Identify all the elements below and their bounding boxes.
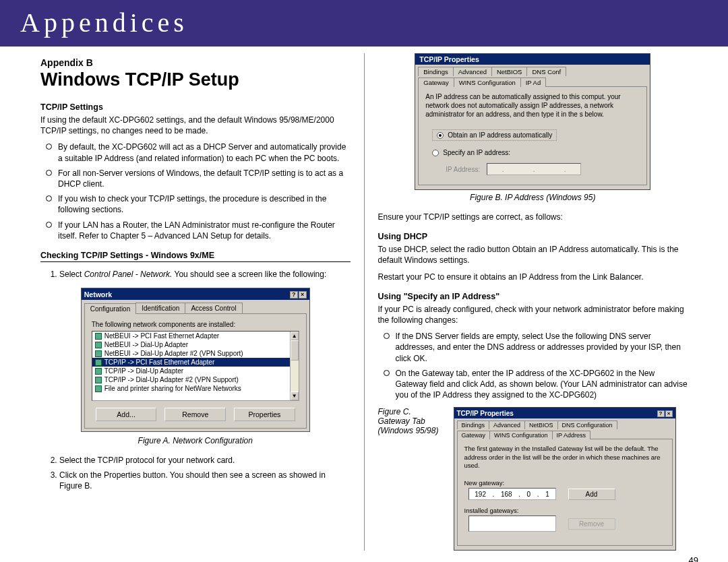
tab-access-control[interactable]: Access Control — [185, 303, 242, 313]
radio-label: Specify an IP address: — [443, 149, 510, 156]
add-button[interactable]: Add... — [96, 408, 157, 421]
tab-ipaddress[interactable]: IP Address — [552, 431, 590, 439]
bullet-item: On the Gateway tab, enter the IP address… — [396, 368, 688, 401]
installed-gateways-list[interactable] — [468, 516, 556, 532]
tab-netbios[interactable]: NetBIOS — [491, 67, 528, 76]
section-specify-ip: Using "Specify an IP Address" — [378, 292, 688, 301]
close-icon[interactable]: × — [299, 291, 307, 299]
figA-panel: The following network components are ins… — [84, 313, 307, 429]
figure-c-wrap: Figure C. Gateway Tab (Windows 95/98) TC… — [378, 407, 688, 551]
tab-dns[interactable]: DNS Configuration — [557, 420, 617, 429]
ip-label: IP Address: — [446, 166, 480, 173]
tab-netbios[interactable]: NetBIOS — [524, 420, 558, 429]
gateway-ip-input[interactable]: 192. 168. 0. 1 — [468, 488, 556, 500]
new-gateway-label: New gateway: — [464, 479, 665, 487]
list-item[interactable]: TCP/IP -> Dial-Up Adapter #2 (VPN Suppor… — [92, 375, 299, 384]
figC-side-caption: Figure C. Gateway Tab (Windows 95/98) — [378, 407, 446, 435]
figA-window-buttons: ?× — [289, 290, 307, 299]
step-3: Click on the Properties button. You shou… — [59, 470, 351, 491]
step1-pre: Select — [59, 270, 84, 279]
figC-window-buttons: ?× — [657, 409, 673, 417]
properties-button[interactable]: Properties — [234, 408, 295, 421]
dhcp-p1: To use DHCP, select the radio button Obt… — [378, 244, 688, 266]
step1-em: Control Panel - Network. — [84, 270, 173, 279]
tab-bindings[interactable]: Bindings — [418, 67, 453, 76]
close-icon[interactable]: × — [665, 410, 673, 417]
section-using-dhcp: Using DHCP — [378, 232, 688, 241]
list-item-label: File and printer sharing for NetWare Net… — [104, 385, 241, 392]
tab-ipaddress[interactable]: IP Ad — [520, 77, 547, 87]
list-item[interactable]: NetBEUI -> Dial-Up Adapter #2 (VPN Suppo… — [92, 349, 299, 358]
figure-a-network-dialog: Network ?× Configuration Identification … — [81, 288, 310, 432]
scroll-up-icon[interactable]: ▲ — [291, 332, 299, 340]
left-column: Appendix B Windows TCP/IP Setup TCP/IP S… — [27, 53, 365, 551]
list-item[interactable]: NetBEUI -> Dial-Up Adapter — [92, 340, 299, 349]
tcpip-intro: If using the default XC-DPG602 settings,… — [40, 115, 351, 136]
ip-octet: 192 — [475, 491, 486, 498]
bullet-item: By default, the XC-DPG602 will act as a … — [58, 142, 351, 163]
ip-octet: 168 — [501, 491, 512, 498]
radio-obtain-auto[interactable]: Obtain an IP address automatically — [432, 129, 557, 141]
list-item[interactable]: File and printer sharing for NetWare Net… — [92, 384, 299, 393]
figC-panel: The first gateway in the Installed Gatew… — [457, 439, 673, 546]
figA-titlebar: Network ?× — [82, 288, 309, 300]
list-item[interactable]: TCP/IP -> Dial-Up Adapter — [92, 367, 299, 375]
dhcp-p2: Restart your PC to ensure it obtains an … — [378, 272, 688, 282]
remove-button: Remove — [568, 518, 615, 530]
installed-gateways-row: Remove — [468, 516, 665, 532]
adapter-icon — [95, 377, 102, 383]
tab-bindings[interactable]: Bindings — [457, 420, 490, 429]
add-button[interactable]: Add — [568, 489, 615, 500]
tcpip-bullets: By default, the XC-DPG602 will act as a … — [40, 142, 351, 241]
scroll-thumb[interactable] — [291, 340, 299, 361]
help-icon[interactable]: ? — [290, 291, 298, 299]
section-checking-9x: Checking TCP/IP Settings - Windows 9x/ME — [40, 251, 351, 262]
figA-title: Network — [84, 290, 112, 299]
figure-b-tcpip-dialog: TCP/IP Properties Bindings Advanced NetB… — [415, 53, 650, 190]
installed-gateways-label: Installed gateways: — [464, 507, 665, 514]
tab-advanced[interactable]: Advanced — [453, 67, 492, 76]
help-icon[interactable]: ? — [657, 410, 665, 417]
radio-specify[interactable]: Specify an IP address: — [432, 149, 640, 156]
adapter-icon — [95, 368, 102, 375]
scrollbar[interactable]: ▲ ▼ — [290, 332, 299, 400]
tab-gateway[interactable]: Gateway — [418, 77, 454, 87]
figC-titlebar: TCP/IP Properties ?× — [454, 408, 675, 418]
scroll-down-icon[interactable]: ▼ — [291, 392, 299, 400]
tab-advanced[interactable]: Advanced — [489, 420, 525, 429]
figC-tabs-row2: Gateway WINS Configuration IP Address — [454, 429, 675, 439]
figB-panel: An IP address can be automatically assig… — [418, 86, 647, 185]
list-item-label: NetBEUI -> Dial-Up Adapter — [104, 341, 188, 348]
ip-input[interactable]: ... — [487, 163, 581, 175]
tab-wins[interactable]: WINS Configuration — [489, 431, 553, 439]
figA-label: The following network components are ins… — [92, 321, 299, 328]
tab-gateway[interactable]: Gateway — [457, 431, 491, 439]
figB-tabs-row2: Gateway WINS Configuration IP Ad — [415, 75, 650, 86]
list-item-label: NetBEUI -> Dial-Up Adapter #2 (VPN Suppo… — [104, 350, 243, 357]
remove-button[interactable]: Remove — [164, 408, 226, 421]
spec-bullets: If the DNS Server fields are empty, sele… — [378, 331, 688, 400]
bullet-item: If your LAN has a Router, the LAN Admini… — [58, 220, 351, 241]
list-item-label: TCP/IP -> PCI Fast Ethernet Adapter — [104, 358, 215, 366]
tab-identification[interactable]: Identification — [135, 303, 185, 313]
figB-desc: An IP address can be automatically assig… — [425, 92, 640, 119]
tab-dns[interactable]: DNS Conf — [526, 67, 566, 76]
page-title: Windows TCP/IP Setup — [40, 69, 351, 90]
tab-configuration[interactable]: Configuration — [84, 303, 136, 314]
step1-post: You should see a screen like the followi… — [172, 270, 326, 279]
steps-list: Select Control Panel - Network. You shou… — [40, 269, 351, 280]
appendix-label: Appendix B — [40, 57, 351, 68]
spec-intro: If your PC is already configured, check … — [378, 304, 688, 325]
page-number: 49 — [689, 555, 698, 562]
ip-octet: 0 — [527, 491, 531, 498]
list-item[interactable]: NetBEUI -> PCI Fast Ethernet Adapter — [92, 332, 299, 340]
figC-desc: The first gateway in the Installed Gatew… — [464, 445, 665, 470]
figA-tabs: Configuration Identification Access Cont… — [82, 300, 309, 313]
radio-icon — [432, 150, 439, 156]
list-item-label: TCP/IP -> Dial-Up Adapter #2 (VPN Suppor… — [104, 376, 239, 383]
figA-listbox[interactable]: NetBEUI -> PCI Fast Ethernet Adapter Net… — [92, 331, 299, 401]
share-icon — [95, 385, 102, 392]
tab-wins[interactable]: WINS Configuration — [454, 77, 521, 87]
list-item-label: TCP/IP -> Dial-Up Adapter — [104, 367, 183, 375]
list-item-selected[interactable]: TCP/IP -> PCI Fast Ethernet Adapter — [92, 358, 299, 367]
